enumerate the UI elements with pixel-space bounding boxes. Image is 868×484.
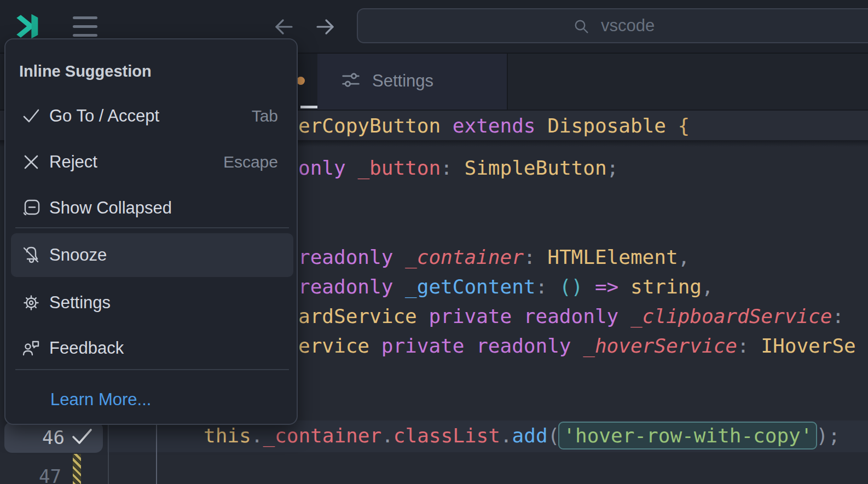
menu-divider: [15, 227, 289, 228]
navigate-forward-button[interactable]: [313, 14, 338, 39]
search-placeholder-text: vscode: [601, 16, 655, 36]
code-line[interactable]: this._container.classList.add('hover-row…: [204, 424, 840, 448]
unsaved-changes-dot: [297, 77, 305, 85]
code-line[interactable]: ardService private readonly _clipboardSe…: [298, 304, 844, 329]
vscode-window: { "titlebar": { "search_placeholder": "v…: [0, 0, 868, 484]
sticky-code-line[interactable]: erCopyButton extends Disposable {: [298, 114, 690, 138]
active-tab-partially-hidden[interactable]: [294, 53, 317, 110]
command-center-search[interactable]: vscode: [357, 8, 868, 43]
learn-more-link[interactable]: Learn More...: [50, 390, 151, 410]
menu-item-label: Show Collapsed: [49, 198, 172, 218]
active-tab-underline: [300, 106, 317, 108]
menu-item-label: Go To / Accept: [49, 106, 159, 126]
collapse-icon: [21, 198, 42, 218]
tab-label: Settings: [372, 71, 433, 91]
menu-hamburger-icon[interactable]: [73, 16, 97, 38]
inline-suggestion-context-menu: Inline Suggestion Go To / Accept Tab Rej…: [4, 38, 298, 425]
menu-item-label: Settings: [49, 293, 111, 313]
menu-divider: [15, 369, 289, 370]
check-icon: [21, 106, 42, 126]
code-line[interactable]: only _button: SimpleButton;: [298, 156, 618, 180]
bell-slash-icon: [21, 245, 42, 266]
menu-item-label: Feedback: [49, 338, 124, 358]
vscode-insiders-logo-icon: [14, 12, 40, 41]
menu-item-reject[interactable]: Reject Escape: [11, 140, 293, 184]
menu-item-feedback[interactable]: Feedback: [11, 326, 293, 370]
code-line[interactable]: ervice private readonly _hoverService: I…: [298, 334, 856, 358]
search-icon: [572, 18, 590, 37]
menu-item-show-collapsed[interactable]: Show Collapsed: [11, 186, 293, 230]
tab-settings[interactable]: Settings: [317, 53, 508, 110]
menu-item-label: Reject: [49, 152, 97, 172]
menu-item-shortcut: Escape: [223, 153, 278, 171]
gear-icon: [21, 292, 42, 313]
menu-header: Inline Suggestion: [19, 62, 152, 80]
code-line[interactable]: readonly _getContent: () => string,: [298, 275, 714, 299]
close-icon: [21, 152, 42, 172]
menu-item-go-to-accept[interactable]: Go To / Accept Tab: [11, 94, 293, 138]
menu-item-label: Snooze: [49, 245, 107, 265]
feedback-icon: [21, 338, 42, 359]
menu-item-settings[interactable]: Settings: [11, 281, 293, 325]
highlighted-string: 'hover-row-with-copy': [558, 422, 817, 450]
sliders-icon: [340, 70, 361, 93]
menu-item-snooze[interactable]: Snooze: [11, 233, 293, 277]
code-line[interactable]: readonly _container: HTMLElement,: [298, 245, 690, 269]
navigate-back-button[interactable]: [271, 14, 297, 39]
menu-item-shortcut: Tab: [252, 107, 278, 125]
